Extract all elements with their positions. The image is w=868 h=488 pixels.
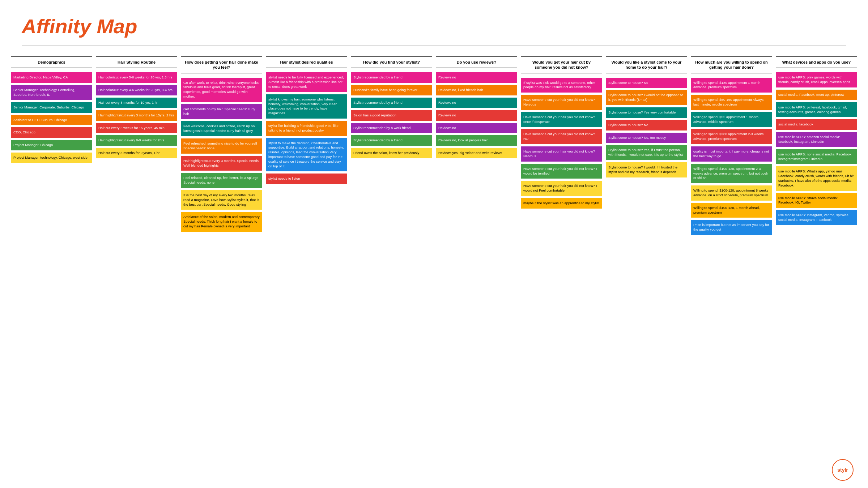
card-how-much-8: Price is important but not as important … <box>691 220 772 235</box>
card-would-you-get-1: Have someone cut your hair you did not k… <box>521 95 602 110</box>
card-what-devices-8: use mobile APPS: Instagram, venmo, spitw… <box>776 210 857 225</box>
card-how-much-1: Willing to spend, $60-150 appointment Al… <box>691 95 772 110</box>
column-header-would-you-like: Would you like a stylist come to your ho… <box>606 56 687 73</box>
card-how-does-getting-4: Hair highlights/cut every 3 months. Spec… <box>181 156 262 171</box>
column-header-what-devices: What devices and apps do you use? <box>776 56 857 68</box>
card-do-you-use-reviews-4: Reviews no <box>436 123 517 133</box>
column-header-hair-stylist-desired: Hair stylist desired qualities <box>266 56 347 68</box>
card-what-devices-6: use mobile APPS: What's app, yahoo mail,… <box>776 166 857 191</box>
card-would-you-get-7: maybe if the stylist was an apprentice t… <box>521 198 602 209</box>
column-demographics: DemographicsMarketing Director, Napa Val… <box>11 56 92 163</box>
card-how-much-3: Willing to spend, $200 appointment 2-3 w… <box>691 129 772 144</box>
column-header-hair-styling: Hair Styling Routine <box>96 56 177 68</box>
card-hair-styling-4: Hair cut every 5 weeks for 15 years, 45 … <box>96 123 177 133</box>
card-demographics-1: Senior Manager, Technology Controlling, … <box>11 85 92 100</box>
card-demographics-6: Project Manager, technology, Chicago, we… <box>11 153 92 163</box>
card-do-you-use-reviews-3: Reviews no <box>436 110 517 121</box>
affinity-map-container: DemographicsMarketing Director, Napa Val… <box>0 56 868 246</box>
card-hair-styling-3: Hair highlights/cut every 3 months for 1… <box>96 110 177 121</box>
column-header-how-does-getting: How does getting your hair done make you… <box>181 56 262 73</box>
card-do-you-use-reviews-2: Reviews no <box>436 98 517 108</box>
card-how-did-you-find-2: Stylist recommended by a friend <box>351 98 432 108</box>
card-how-does-getting-5: Feel relaxed, cleaned up, feel better, i… <box>181 173 262 188</box>
card-do-you-use-reviews-1: Reviews no, liked friends hair <box>436 85 517 95</box>
card-do-you-use-reviews-0: Reviews no <box>436 72 517 83</box>
card-what-devices-4: use mobile APPS: amazon social media: fa… <box>776 132 857 147</box>
card-what-devices-2: use mobile APPS: pinterest, facebook, gm… <box>776 102 857 117</box>
card-would-you-like-0: Stylist come to house? No <box>606 78 687 88</box>
column-header-demographics: Demographics <box>11 56 92 68</box>
card-how-did-you-find-6: Friend owns the salon, know her previous… <box>351 148 432 158</box>
card-hair-stylist-desired-1: stylist knows my hair, someone who liste… <box>266 94 347 119</box>
card-would-you-like-1: Stylist come to house? I would not be op… <box>606 90 687 105</box>
card-demographics-5: Project Manager, Chicago <box>11 140 92 150</box>
card-would-you-like-3: Stylist come to house? No <box>606 120 687 130</box>
card-would-you-get-0: If stylist was sick would go to a someon… <box>521 78 602 93</box>
card-how-did-you-find-0: Stylist recommended by a friend <box>351 72 432 83</box>
card-what-devices-1: social media: Facebook, meet up, pintere… <box>776 90 857 100</box>
card-how-much-6: Willing to spend, $100-120, appointment … <box>691 185 772 201</box>
column-header-would-you-get: Would you get your hair cut by someone y… <box>521 56 602 73</box>
card-hair-stylist-desired-3: stylist to make the decision, Collaborat… <box>266 138 347 172</box>
column-how-did-you-find: How did you find your stylist?Stylist re… <box>351 56 432 158</box>
card-would-you-get-3: Have someone cut your hair you did not k… <box>521 129 602 144</box>
page-title: Affinity Map <box>0 0 868 45</box>
card-how-much-7: Willing to spend, $100-120, 1 month ahea… <box>691 203 772 218</box>
card-how-does-getting-2: Feel welcome, cookies and coffee, catch … <box>181 121 262 136</box>
column-hair-stylist-desired: Hair stylist desired qualitiesstylist ne… <box>266 56 347 184</box>
card-would-you-get-4: Have someone cut your hair you did not k… <box>521 146 602 162</box>
card-how-much-2: Willing to spend, $55 appointment 1 mont… <box>691 112 772 127</box>
card-how-much-0: Willing to spend, $180 appointment 1 mon… <box>691 78 772 93</box>
column-do-you-use-reviews: Do you use reviews?Reviews noReviews no,… <box>436 56 517 158</box>
card-how-did-you-find-5: Stylist recommended by a friend <box>351 135 432 146</box>
card-hair-stylist-desired-0: stylist needs to be fully licensed and e… <box>266 72 347 92</box>
card-how-much-4: quality is most important, I pay more, c… <box>691 146 772 162</box>
column-would-you-like: Would you like a stylist come to your ho… <box>606 56 687 177</box>
column-header-how-did-you-find: How did you find your stylist? <box>351 56 432 68</box>
column-how-does-getting: How does getting your hair done make you… <box>181 56 262 232</box>
card-what-devices-7: use mobile APPS: Strava social media: Fa… <box>776 193 857 208</box>
card-how-does-getting-7: Ambiance of the salon, modern and contem… <box>181 212 262 231</box>
column-header-how-much: How much are you willing to spend on get… <box>691 56 772 73</box>
card-how-does-getting-1: Get comments on my hair. Special needs: … <box>181 104 262 119</box>
logo: stylr <box>832 459 854 481</box>
card-would-you-like-2: Stylist come to house? Yes very comforta… <box>606 107 687 118</box>
card-hair-styling-1: Hair color/cut every 4-6 weeks for 20 yr… <box>96 85 177 95</box>
card-hair-styling-6: Hair cut every 3 months for 9 years, 1 h… <box>96 148 177 158</box>
card-what-devices-5: use mobile APPS: none social media: Face… <box>776 149 857 164</box>
card-how-did-you-find-4: Stylist recommended by a work friend <box>351 123 432 133</box>
card-hair-stylist-desired-2: stylist like building a friendship, good… <box>266 121 347 136</box>
card-would-you-like-5: Stylist come to house? Yes, if I trust t… <box>606 145 687 160</box>
card-demographics-4: CEO, Chicago <box>11 127 92 138</box>
card-do-you-use-reviews-6: Reviews yes, big Yelper and write review… <box>436 148 517 158</box>
card-hair-styling-0: Hair color/cut every 5-6 weeks for 20 yr… <box>96 72 177 83</box>
card-demographics-3: Assistant to CEO, Suburb: Chicago <box>11 115 92 125</box>
card-would-you-get-6: Have someone cut your hair you did not k… <box>521 181 602 196</box>
card-what-devices-0: use mobile APPS: play games, words with … <box>776 72 857 87</box>
card-demographics-0: Marketing Director, Napa Valley, CA <box>11 72 92 83</box>
column-would-you-get: Would you get your hair cut by someone y… <box>521 56 602 209</box>
card-demographics-2: Senior Manager, Corporate, Suburbs, Chic… <box>11 102 92 113</box>
card-how-does-getting-6: It is the best day of my every two month… <box>181 190 262 210</box>
card-hair-styling-5: Hair highlights/cut every 8-9 weeks for … <box>96 135 177 146</box>
divider <box>22 45 846 46</box>
card-how-did-you-find-3: Salon has a good reputation <box>351 110 432 121</box>
column-what-devices: What devices and apps do you use?use mob… <box>776 56 857 225</box>
card-hair-stylist-desired-4: stylist needs to listen <box>266 174 347 184</box>
card-how-does-getting-3: Feel refreshed, something nice to do for… <box>181 138 262 154</box>
card-would-you-like-6: Stylist come to house? I would, if I tru… <box>606 162 687 177</box>
card-would-you-get-2: Have someone cut your hair you did not k… <box>521 112 602 127</box>
card-how-much-5: Willing to spend, $100-120, appointment … <box>691 164 772 183</box>
column-hair-styling: Hair Styling RoutineHair color/cut every… <box>96 56 177 158</box>
card-would-you-like-4: Stylist come to house? No, too messy <box>606 133 687 143</box>
column-how-much: How much are you willing to spend on get… <box>691 56 772 235</box>
card-what-devices-3: social media: facebook <box>776 119 857 130</box>
card-how-does-getting-0: Go after work, to relax, drink wine ever… <box>181 78 262 102</box>
card-hair-styling-2: Hair cut every 3 months for 10 yrs, 1 hr <box>96 98 177 108</box>
card-would-you-get-5: Have someone cut your hair you did not k… <box>521 164 602 179</box>
column-header-do-you-use-reviews: Do you use reviews? <box>436 56 517 68</box>
card-how-did-you-find-1: Husband's family have been going forever <box>351 85 432 95</box>
card-do-you-use-reviews-5: Reviews no, look at peoples hair <box>436 135 517 146</box>
